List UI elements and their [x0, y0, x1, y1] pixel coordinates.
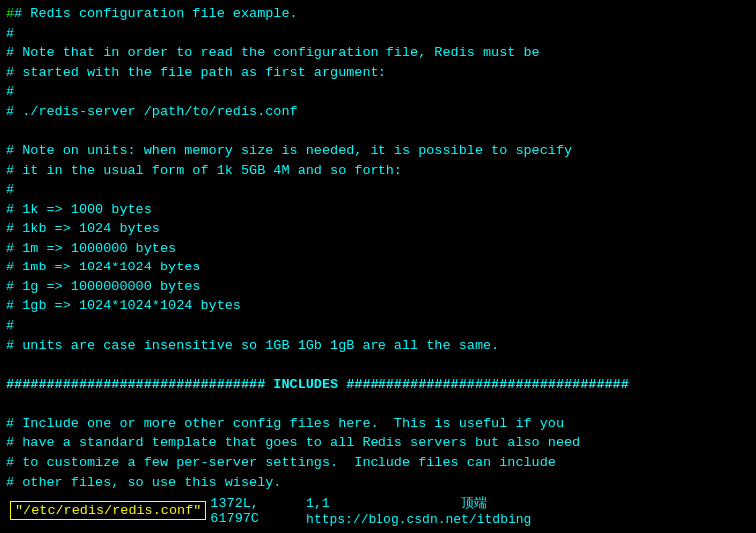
top-label: 顶端 [461, 496, 487, 511]
line-8: # Note on units: when memory size is nee… [6, 141, 750, 161]
line-22: # Include one or more other config files… [6, 414, 750, 434]
line-17: # [6, 316, 750, 336]
line-24: # to customize a few per-server settings… [6, 453, 750, 473]
line-21 [6, 394, 750, 414]
line-1: ## Redis configuration file example. [6, 4, 750, 24]
line-7 [6, 121, 750, 141]
website-url: https://blog.csdn.net/itdbing [306, 512, 531, 527]
line-15: # 1g => 1000000000 bytes [6, 277, 750, 297]
line-19 [6, 355, 750, 375]
line-11: # 1k => 1000 bytes [6, 200, 750, 220]
file-path: "/etc/redis/redis.conf" [10, 501, 206, 520]
line-10: # [6, 180, 750, 200]
code-area: ## Redis configuration file example. # #… [6, 4, 750, 490]
line-12: # 1kb => 1024 bytes [6, 219, 750, 239]
status-left: "/etc/redis/redis.conf" 1372L, 61797C [10, 496, 306, 526]
line-23: # have a standard template that goes to … [6, 433, 750, 453]
line-2: # [6, 24, 750, 44]
line-4: # started with the file path as first ar… [6, 63, 750, 83]
line-18: # units are case insensitive so 1GB 1Gb … [6, 336, 750, 356]
line-6: # ./redis-server /path/to/redis.conf [6, 102, 750, 122]
green-hash-icon: # [6, 6, 14, 21]
position-label [337, 496, 453, 511]
line-16: # 1gb => 1024*1024*1024 bytes [6, 296, 750, 316]
cursor-position: 1,1 [306, 496, 329, 511]
status-right: 1,1 顶端 https://blog.csdn.net/itdbing [306, 494, 746, 527]
status-bar: "/etc/redis/redis.conf" 1372L, 61797C 1,… [6, 492, 750, 529]
line-14: # 1mb => 1024*1024 bytes [6, 258, 750, 277]
terminal: ## Redis configuration file example. # #… [0, 0, 756, 533]
line-9: # it in the usual form of 1k 5GB 4M and … [6, 161, 750, 181]
line-20-section: ################################ INCLUDE… [6, 375, 750, 395]
spacer [495, 496, 526, 511]
line-25: # other files, so use this wisely. [6, 473, 750, 491]
line-5: # [6, 82, 750, 102]
line-13: # 1m => 1000000 bytes [6, 239, 750, 259]
line-3: # Note that in order to read the configu… [6, 43, 750, 63]
file-info: 1372L, 61797C [210, 496, 306, 526]
